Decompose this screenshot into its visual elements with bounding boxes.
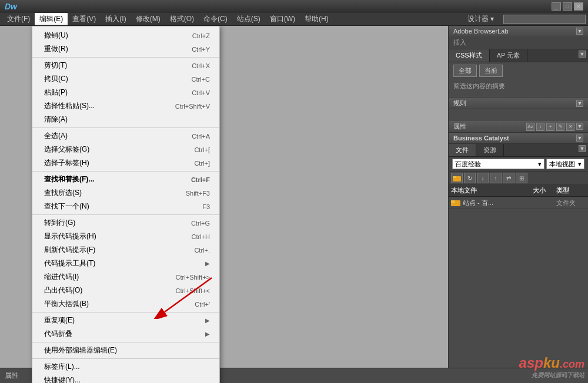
- css-tab-bar: CSS样式 AP 元素 ▼: [449, 49, 588, 62]
- menu-bar: 文件(F) 编辑(E) 查看(V) 插入(I) 修改(M) 格式(O) 命令(C…: [0, 13, 588, 26]
- highlight-arrow: [118, 272, 223, 321]
- bc-col-localfile: 本地文件: [451, 186, 533, 195]
- bc-toolbar: 百度经验 ▾ 本地视图 ▾: [449, 157, 588, 172]
- maximize-button[interactable]: □: [563, 2, 572, 11]
- bc-header: Business Catalyst ▼: [449, 133, 588, 144]
- menu-view[interactable]: 查看(V): [68, 13, 101, 25]
- menu-edit[interactable]: 编辑(E): [35, 13, 68, 25]
- close-button[interactable]: ×: [574, 2, 583, 11]
- menu-help[interactable]: 帮助(H): [300, 13, 333, 25]
- bc-put-icon[interactable]: ↑: [490, 173, 502, 183]
- watermark-asp: asp: [519, 355, 543, 371]
- prop-icon-delete[interactable]: ✕: [566, 123, 574, 131]
- prop-icon-2[interactable]: ↓: [536, 123, 544, 131]
- minimize-button[interactable]: _: [552, 2, 561, 11]
- properties-icons: Az ↓ + ✎ ✕ ▼: [526, 123, 583, 131]
- watermark-ku: ku: [543, 355, 560, 371]
- window-controls[interactable]: _ □ ×: [552, 2, 583, 11]
- menu-redo[interactable]: 重做(R) Ctrl+Y: [32, 42, 219, 56]
- menu-code-fold[interactable]: 代码折叠 ▶: [32, 327, 219, 341]
- menu-show-code-hints[interactable]: 显示代码提示(H) Ctrl+H: [32, 230, 219, 243]
- bc-sync-icon[interactable]: ⇄: [503, 173, 514, 183]
- menu-tag-library[interactable]: 标签库(L)...: [32, 360, 219, 374]
- menu-insert[interactable]: 插入(I): [101, 13, 131, 25]
- menu-external-editor[interactable]: 使用外部编辑器编辑(E): [32, 344, 219, 357]
- bc-expand-icon[interactable]: ⊞: [516, 173, 527, 183]
- svg-line-1: [165, 278, 212, 312]
- browser-lab-insert: 插入: [449, 36, 588, 49]
- menu-undo[interactable]: 撤销(U) Ctrl+Z: [32, 29, 219, 42]
- menu-paste-special[interactable]: 选择性粘贴(S)... Ctrl+Shift+V: [32, 99, 219, 113]
- bc-actions: ↻ ↓ ↑ ⇄ ⊞: [449, 172, 588, 185]
- svg-rect-3: [453, 176, 456, 178]
- menu-clear[interactable]: 清除(A): [32, 113, 219, 126]
- prop-icon-1[interactable]: Az: [526, 123, 534, 131]
- bc-file-row[interactable]: 站点 - 百... 文件夹: [449, 197, 588, 209]
- css-current-button[interactable]: 当前: [479, 65, 503, 77]
- ap-elements-tab[interactable]: AP 元素: [490, 49, 528, 62]
- bc-resources-tab[interactable]: 资源: [476, 144, 504, 156]
- content-area: 撤销(U) Ctrl+Z 重做(R) Ctrl+Y 剪切(T) Ctrl+X 拷…: [0, 26, 448, 368]
- browser-lab-collapse[interactable]: ▼: [576, 28, 583, 35]
- bc-refresh-icon[interactable]: ↻: [464, 173, 476, 183]
- edit-dropdown-menu: 撤销(U) Ctrl+Z 重做(R) Ctrl+Y 剪切(T) Ctrl+X 拷…: [32, 26, 220, 383]
- bc-view-select[interactable]: 本地视图 ▾: [546, 159, 584, 169]
- bc-site-dropdown[interactable]: 百度经验 ▾: [452, 159, 544, 169]
- css-all-button[interactable]: 全部: [453, 65, 477, 77]
- bc-collapse[interactable]: ▼: [576, 135, 583, 142]
- menu-goto-line[interactable]: 转到行(G) Ctrl+G: [32, 216, 219, 230]
- designer-button[interactable]: 设计器 ▾: [463, 13, 499, 25]
- menu-command[interactable]: 命令(C): [199, 13, 232, 25]
- title-bar-left: Dw: [5, 2, 17, 11]
- menu-shortcuts[interactable]: 快捷键(Y)...: [32, 374, 219, 383]
- properties-title: 属性: [453, 122, 526, 131]
- css-panel-collapse[interactable]: ▼: [579, 51, 586, 58]
- browser-lab-panel: Adobe BrowserLab ▼ 插入: [449, 26, 588, 49]
- bc-get-icon[interactable]: ↓: [477, 173, 489, 183]
- properties-header: 属性 Az ↓ + ✎ ✕ ▼: [449, 121, 588, 133]
- properties-collapse[interactable]: ▼: [576, 123, 583, 130]
- menu-copy[interactable]: 拷贝(C) Ctrl+C: [32, 72, 219, 86]
- css-buttons: 全部 当前: [449, 62, 588, 79]
- bc-title: Business Catalyst: [453, 135, 509, 142]
- menu-site[interactable]: 站点(S): [232, 13, 265, 25]
- menu-section-clipboard: 剪切(T) Ctrl+X 拷贝(C) Ctrl+C 粘贴(P) Ctrl+V 选…: [32, 58, 219, 128]
- css-content-text: 筛选这内容的摘要: [449, 79, 588, 97]
- rules-section: 规则 ▼ 属性 Az ↓ + ✎ ✕ ▼: [449, 98, 588, 133]
- browser-lab-header: Adobe BrowserLab ▼: [449, 26, 588, 36]
- watermark-rest: .com: [560, 358, 584, 370]
- menu-select-child[interactable]: 选择子标签(H) Ctrl+]: [32, 156, 219, 170]
- bc-files-tab[interactable]: 文件: [449, 144, 476, 156]
- prop-icon-add[interactable]: +: [546, 123, 554, 131]
- menu-code-hint-tools[interactable]: 代码提示工具(T) ▶: [32, 257, 219, 270]
- bc-tab-bar: 文件 资源 ▼: [449, 144, 588, 157]
- menu-select-parent[interactable]: 选择父标签(G) Ctrl+[: [32, 143, 219, 156]
- bc-folder-icon[interactable]: [451, 173, 463, 183]
- menu-refresh-code-hints[interactable]: 刷新代码提示(F) Ctrl+.: [32, 243, 219, 257]
- menu-section-select: 全选(A) Ctrl+A 选择父标签(G) Ctrl+[ 选择子标签(H) Ct…: [32, 128, 219, 172]
- menu-find-replace[interactable]: 查找和替换(F)... Ctrl+F: [32, 173, 219, 186]
- watermark-tagline: 免费网站源码下载站: [519, 371, 584, 379]
- menu-find-selection[interactable]: 查找所选(S) Shift+F3: [32, 186, 219, 200]
- search-input[interactable]: [503, 15, 586, 24]
- menu-cut[interactable]: 剪切(T) Ctrl+X: [32, 59, 219, 72]
- bc-panel-collapse[interactable]: ▼: [579, 145, 586, 152]
- menu-window[interactable]: 窗口(W): [265, 13, 300, 25]
- menu-format[interactable]: 格式(O): [165, 13, 199, 25]
- menu-bar-right: 设计器 ▾: [463, 13, 586, 25]
- watermark: aspku.com 免费网站源码下载站: [519, 355, 584, 379]
- menu-modify[interactable]: 修改(M): [131, 13, 165, 25]
- menu-paste[interactable]: 粘贴(P) Ctrl+V: [32, 86, 219, 99]
- menu-file[interactable]: 文件(F): [2, 13, 35, 25]
- main-layout: 撤销(U) Ctrl+Z 重做(R) Ctrl+Y 剪切(T) Ctrl+X 拷…: [0, 26, 588, 368]
- rules-icons: ▼: [576, 100, 583, 107]
- css-styles-tab[interactable]: CSS样式: [449, 49, 490, 62]
- menu-select-all[interactable]: 全选(A) Ctrl+A: [32, 129, 219, 143]
- bc-file-folder-icon: [451, 198, 460, 207]
- rules-collapse[interactable]: ▼: [576, 100, 583, 107]
- bc-table-header: 本地文件 大小 类型: [449, 185, 588, 197]
- bc-col-type: 类型: [556, 186, 586, 195]
- bc-file-type: 文件夹: [556, 199, 586, 207]
- prop-icon-edit[interactable]: ✎: [556, 123, 564, 131]
- menu-find-next[interactable]: 查找下一个(N) F3: [32, 200, 219, 213]
